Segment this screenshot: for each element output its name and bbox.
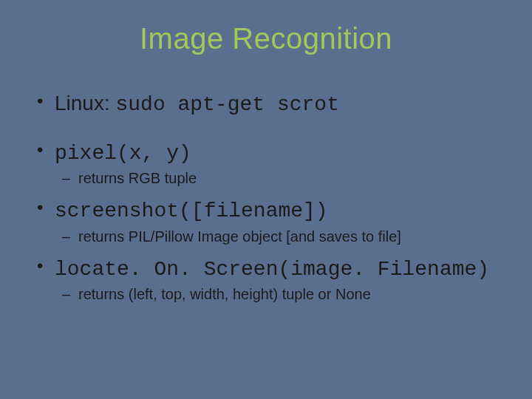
bullet-code: screenshot([filename])	[55, 200, 328, 222]
sub-list: returns PIL/Pillow Image object [and sav…	[37, 228, 495, 245]
sub-item: returns RGB tuple	[37, 170, 495, 187]
bullet-code: sudo apt-get scrot	[116, 93, 339, 116]
bullet-item: locate. On. Screen(image. Filename)	[37, 256, 495, 282]
slide-title: Image Recognition	[37, 22, 495, 55]
bullet-item: Linux: sudo apt-get scrot	[37, 91, 495, 117]
slide: Image Recognition Linux: sudo apt-get sc…	[0, 0, 532, 399]
bullet-intro: Linux:	[55, 92, 116, 115]
bullet-item: screenshot([filename])	[37, 197, 495, 224]
sub-item: returns (left, top, width, height) tuple…	[37, 286, 495, 303]
bullet-code: locate. On. Screen(image. Filename)	[55, 258, 489, 281]
bullet-code: pixel(x, y)	[55, 142, 191, 165]
bullet-item: pixel(x, y)	[37, 140, 495, 166]
bullet-list: Linux: sudo apt-get scrot pixel(x, y) re…	[37, 91, 495, 303]
sub-list: returns RGB tuple	[37, 170, 495, 187]
sub-list: returns (left, top, width, height) tuple…	[37, 286, 495, 303]
sub-item: returns PIL/Pillow Image object [and sav…	[37, 228, 495, 245]
